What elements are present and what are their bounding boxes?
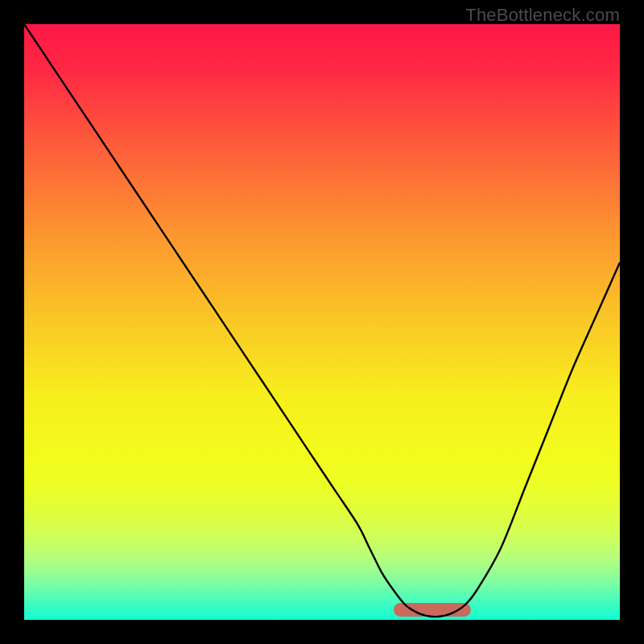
curve-layer — [24, 24, 620, 620]
watermark-text: TheBottleneck.com — [465, 5, 620, 26]
bottleneck-curve — [24, 24, 620, 617]
chart-stage: TheBottleneck.com — [0, 0, 644, 644]
plot-area — [24, 24, 620, 620]
